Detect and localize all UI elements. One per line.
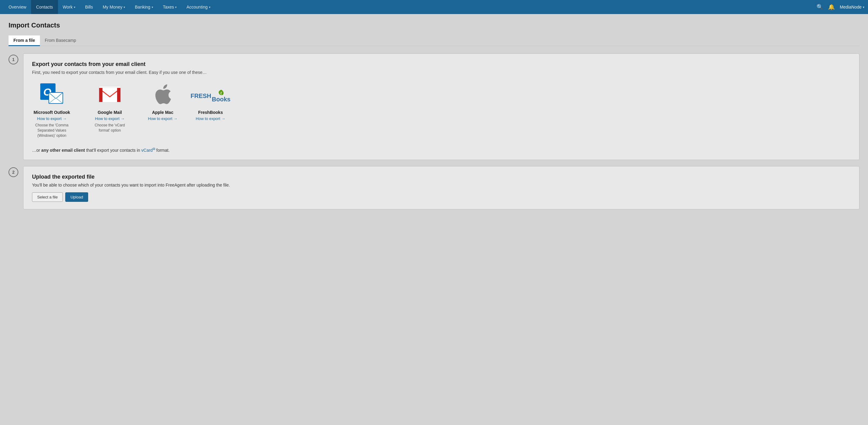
nav-work[interactable]: Work ▾ — [58, 0, 80, 14]
svg-rect-16 — [117, 88, 121, 102]
freshbooks-name: FreshBooks — [198, 110, 223, 115]
client-outlook: O Microsoft Outlook How to ex — [32, 82, 72, 138]
steps-container: 1 Export your contacts from your email c… — [8, 53, 860, 209]
gmail-link[interactable]: How to export → — [95, 116, 125, 121]
nav-items: Overview Contacts Work ▾ Bills My Money … — [4, 0, 816, 14]
nav-bills[interactable]: Bills — [80, 0, 98, 14]
tab-from-basecamp[interactable]: From Basecamp — [40, 35, 81, 46]
outlook-logo-svg: O — [40, 83, 63, 105]
any-client-section: …or any other email client that'll expor… — [32, 147, 850, 153]
step-1-title: Export your contacts from your email cli… — [32, 61, 850, 67]
vcard-link[interactable]: vCard — [141, 147, 153, 152]
nav-mymoney[interactable]: My Money ▾ — [98, 0, 130, 14]
user-menu-chevron: ▾ — [863, 5, 864, 9]
email-clients-list: O Microsoft Outlook How to ex — [32, 82, 850, 138]
upload-description: You'll be able to choose which of your c… — [32, 182, 850, 188]
nav-work-chevron: ▾ — [74, 5, 75, 9]
step-2-number: 2 — [8, 167, 18, 177]
step-2-row: 2 Upload the exported file You'll be abl… — [8, 166, 860, 209]
tab-from-file[interactable]: From a file — [8, 35, 40, 46]
apple-name: Apple Mac — [152, 110, 173, 115]
gmail-note: Choose the 'vCard format' option — [90, 123, 130, 133]
freshbooks-leaf — [218, 89, 224, 96]
gmail-name: Google Mail — [98, 110, 122, 115]
apple-logo-svg — [153, 83, 172, 105]
nav-banking-chevron: ▾ — [152, 5, 153, 9]
step-2-title: Upload the exported file — [32, 174, 850, 180]
step-1-row: 1 Export your contacts from your email c… — [8, 53, 860, 160]
upload-actions: Select a file Upload — [32, 192, 850, 202]
step-1-subtitle: First, you need to export your contacts … — [32, 70, 850, 75]
outlook-link[interactable]: How to export → — [37, 116, 67, 121]
nav-taxes[interactable]: Taxes ▾ — [158, 0, 182, 14]
client-freshbooks: FRESH Books — [196, 82, 225, 123]
nav-right: 🔍 🔔 MediaNode ▾ — [816, 4, 864, 10]
outlook-name: Microsoft Outlook — [34, 110, 70, 115]
import-tabs: From a file From Basecamp — [8, 35, 860, 46]
nav-accounting-chevron: ▾ — [209, 5, 211, 9]
nav-overview[interactable]: Overview — [4, 0, 31, 14]
client-apple: Apple Mac How to export → — [148, 82, 178, 123]
freshbooks-logo: FRESH Books — [198, 82, 223, 107]
freshbooks-link[interactable]: How to export → — [196, 116, 225, 121]
search-icon[interactable]: 🔍 — [816, 4, 823, 10]
select-file-button[interactable]: Select a file — [32, 192, 63, 202]
step-1-content: Export your contacts from your email cli… — [23, 53, 860, 160]
outlook-note: Choose the 'Comma Separated Values (Wind… — [32, 123, 72, 138]
step-2-content: Upload the exported file You'll be able … — [23, 166, 860, 209]
external-link-icon: ⧉ — [153, 147, 155, 150]
svg-rect-15 — [99, 88, 102, 102]
nav-contacts[interactable]: Contacts — [31, 0, 58, 14]
upload-button[interactable]: Upload — [65, 192, 88, 202]
bell-icon[interactable]: 🔔 — [828, 4, 835, 10]
nav-accounting[interactable]: Accounting ▾ — [182, 0, 215, 14]
nav-banking[interactable]: Banking ▾ — [130, 0, 158, 14]
apple-logo — [150, 82, 175, 107]
gmail-logo — [98, 82, 122, 107]
page-title: Import Contacts — [8, 21, 860, 29]
page-wrapper: Import Contacts From a file From Basecam… — [0, 14, 868, 217]
nav-taxes-chevron: ▾ — [175, 5, 177, 9]
freshbooks-logo-text: FRESH Books — [191, 86, 230, 103]
nav-mymoney-chevron: ▾ — [124, 5, 125, 9]
main-nav: Overview Contacts Work ▾ Bills My Money … — [0, 0, 868, 14]
client-gmail: Google Mail How to export → Choose the '… — [90, 82, 130, 133]
user-menu[interactable]: MediaNode ▾ — [840, 5, 864, 9]
outlook-logo: O — [40, 82, 64, 107]
gmail-logo-svg — [98, 85, 121, 104]
apple-link[interactable]: How to export → — [148, 116, 178, 121]
step-1-number: 1 — [8, 55, 18, 64]
